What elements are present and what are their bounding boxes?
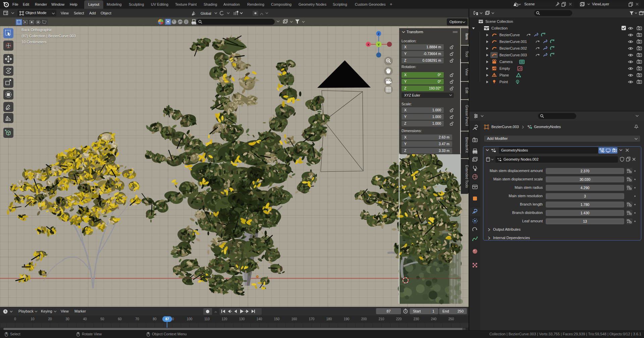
svg-text:Z: Z [378,32,380,36]
svg-text:Global: Global [201,11,211,15]
svg-text:X: X [367,43,369,46]
svg-text:Y: Y [378,43,380,46]
